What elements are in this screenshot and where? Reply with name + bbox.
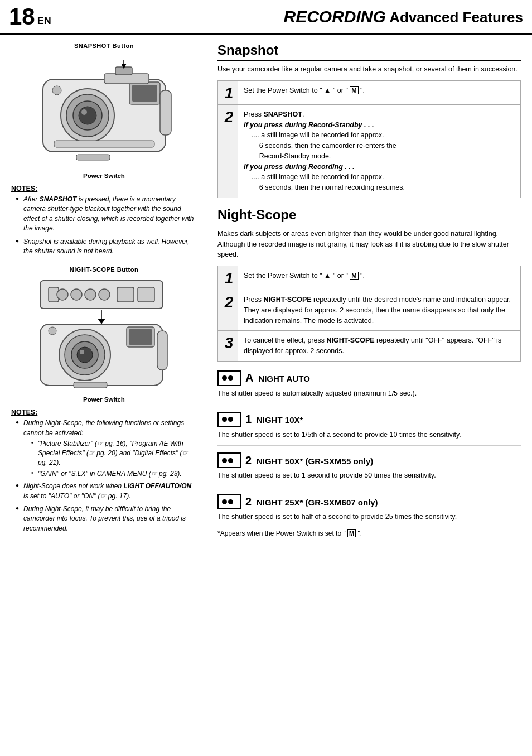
sub-mode-header-10x: 1 NIGHT 10X*: [217, 412, 521, 427]
sub-mode-night-auto: A NIGHT AUTO The shutter speed is automa…: [217, 370, 521, 405]
svg-point-4: [79, 107, 96, 124]
notes-list-top: After SNAPSHOT is pressed, there is a mo…: [11, 195, 197, 256]
note2-item-2: Night-Scope does not work when LIGHT OFF…: [16, 481, 197, 501]
sub-mode-header-auto: A NIGHT AUTO: [217, 370, 521, 386]
night-scope-step-1: 1 Set the Power Switch to " ▲ " or " M "…: [218, 266, 520, 290]
night-step-num-2: 2: [218, 290, 238, 330]
sub-mode-night-10x: 1 NIGHT 10X* The shutter speed is set to…: [217, 412, 521, 446]
night-10x-icon: [222, 417, 236, 422]
svg-point-17: [57, 289, 68, 300]
footnote: *Appears when the Power Switch is set to…: [217, 529, 521, 538]
night-step-content-1: Set the Power Switch to " ▲ " or " M ".: [238, 266, 520, 290]
sub-mode-header-50x: 2 NIGHT 50X* (GR-SXM55 only): [217, 452, 521, 468]
night-scope-step-2: 2 Press NIGHT-SCOPE repeatedly until the…: [218, 290, 520, 331]
note2-item-1: During Night-Scope, the following functi…: [16, 418, 197, 478]
night-step-num-1: 1: [218, 266, 238, 290]
header-title-rest: Advanced Features: [386, 9, 523, 26]
svg-rect-21: [117, 287, 134, 302]
step-num-1: 1: [218, 81, 238, 104]
night-scope-btn-label: NIGHT-SCOPE Button: [11, 266, 197, 273]
sub-notes: "Picture Stabilizer" (☞ pg. 16), "Progra…: [23, 439, 197, 478]
sub-mode-night-25x: 2 NIGHT 25X* (GR-SXM607 only) The shutte…: [217, 494, 521, 522]
svg-point-20: [99, 289, 110, 300]
night-step-content-3: To cancel the effect, press NIGHT-SCOPE …: [238, 331, 520, 361]
svg-marker-24: [98, 319, 105, 324]
camcorder-illustration-bottom: [11, 275, 197, 394]
svg-rect-22: [138, 287, 154, 302]
svg-point-5: [81, 109, 87, 115]
step-num-2: 2: [218, 105, 238, 198]
content-area: SNAPSHOT Button: [0, 35, 532, 756]
page-en-suffix: EN: [37, 15, 51, 27]
svg-rect-14: [76, 155, 110, 160]
svg-rect-13: [54, 141, 154, 147]
night-scope-desc: Makes dark subjects or areas even bright…: [217, 229, 521, 260]
camcorder-svg-bottom: [29, 275, 180, 392]
sub-mode-title-25x: 2 NIGHT 25X* (GR-SXM607 only): [245, 495, 378, 508]
camcorder-illustration-top: [11, 51, 197, 170]
night-25x-icon: [222, 499, 236, 504]
step-content-2: Press SNAPSHOT. If you press during Reco…: [238, 105, 520, 198]
night-step-content-2: Press NIGHT-SCOPE repeatedly until the d…: [238, 290, 520, 330]
snapshot-steps: 1 Set the Power Switch to " ▲ " or " M "…: [217, 80, 521, 198]
svg-point-35: [49, 327, 56, 335]
header-title-italic: RECORDING: [284, 7, 386, 26]
svg-rect-33: [157, 331, 167, 370]
night-scope-step-3: 3 To cancel the effect, press NIGHT-SCOP…: [218, 331, 520, 361]
svg-rect-11: [160, 90, 171, 135]
night-scope-steps: 1 Set the Power Switch to " ▲ " or " M "…: [217, 266, 521, 362]
svg-rect-32: [129, 329, 152, 345]
note2-item-3: During Night-Scope, it may be difficult …: [16, 504, 197, 533]
svg-point-29: [77, 347, 93, 363]
sub-mode-night-50x: 2 NIGHT 50X* (GR-SXM55 only) The shutter…: [217, 452, 521, 487]
page: 18 EN RECORDING Advanced Features SNAPSH…: [0, 0, 532, 756]
night-auto-icon: [222, 375, 236, 381]
snapshot-title: Snapshot: [217, 42, 521, 61]
sub-mode-desc-50x: The shutter speed is set to 1 second to …: [217, 470, 521, 481]
svg-rect-34: [74, 382, 107, 388]
svg-point-18: [71, 289, 82, 300]
snapshot-step-1: 1 Set the Power Switch to " ▲ " or " M "…: [218, 81, 520, 105]
night-50x-icon: [222, 458, 236, 463]
svg-rect-7: [132, 85, 157, 102]
sub-mode-desc-25x: The shutter speed is set to half of a se…: [217, 512, 521, 522]
snapshot-btn-label: SNAPSHOT Button: [11, 42, 197, 49]
sub-note-1: "Picture Stabilizer" (☞ pg. 16), "Progra…: [31, 439, 197, 467]
svg-rect-9: [115, 67, 132, 75]
note-item-1: After SNAPSHOT is pressed, there is a mo…: [16, 195, 197, 234]
sub-mode-title-10x: 1 NIGHT 10X*: [245, 413, 303, 426]
power-switch-label-top: Power Switch: [11, 172, 197, 179]
left-column: SNAPSHOT Button: [0, 35, 206, 756]
right-column: Snapshot Use your camcorder like a regul…: [206, 35, 532, 756]
note-item-2: Snapshot is available during playback as…: [16, 237, 197, 257]
notes-title-top: NOTES:: [11, 185, 197, 192]
notes-list-bottom: During Night-Scope, the following functi…: [11, 418, 197, 533]
page-number: 18: [9, 3, 35, 30]
svg-point-12: [52, 86, 61, 95]
night-scope-title: Night-Scope: [217, 207, 521, 225]
power-switch-label-bottom: Power Switch: [11, 396, 197, 403]
notes-title-bottom: NOTES:: [11, 408, 197, 416]
night-step-num-3: 3: [218, 331, 238, 361]
sub-mode-desc-10x: The shutter speed is set to 1/5th of a s…: [217, 430, 521, 440]
camcorder-svg-top: [26, 51, 182, 168]
sub-mode-header-25x: 2 NIGHT 25X* (GR-SXM607 only): [217, 494, 521, 509]
snapshot-desc: Use your camcorder like a regular camera…: [217, 64, 521, 75]
sub-mode-title-50x: 2 NIGHT 50X* (GR-SXM55 only): [245, 454, 373, 467]
step-content-1: Set the Power Switch to " ▲ " or " M ".: [238, 81, 520, 104]
snapshot-step-2: 2 Press SNAPSHOT. If you press during Re…: [218, 105, 520, 198]
sub-note-2: "GAIN" or "S.LX" in CAMERA MENU (☞ pg. 2…: [31, 469, 197, 479]
notes-section-top: NOTES: After SNAPSHOT is pressed, there …: [11, 185, 197, 256]
svg-point-30: [80, 350, 84, 354]
sub-mode-desc-auto: The shutter speed is automatically adjus…: [217, 388, 521, 399]
svg-point-19: [85, 289, 96, 300]
page-header: 18 EN RECORDING Advanced Features: [0, 0, 532, 35]
notes-section-bottom: NOTES: During Night-Scope, the following…: [11, 408, 197, 533]
header-title: RECORDING Advanced Features: [51, 7, 523, 26]
sub-mode-title-auto: A NIGHT AUTO: [245, 372, 310, 384]
